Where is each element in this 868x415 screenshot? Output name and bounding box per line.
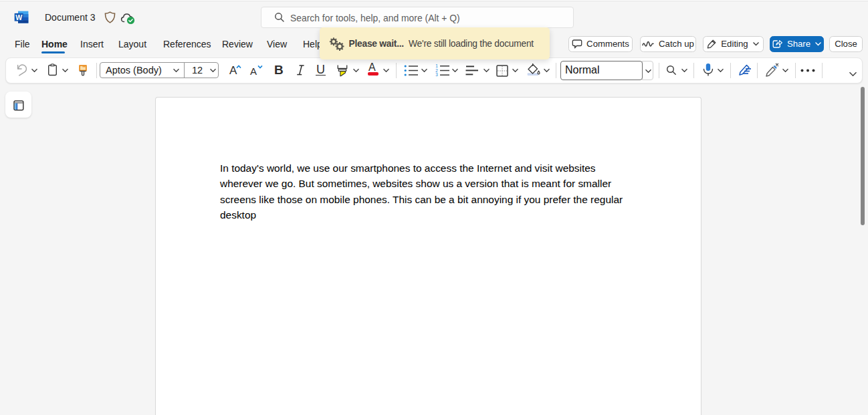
svg-text:W: W	[15, 13, 22, 21]
svg-text:3: 3	[435, 72, 438, 77]
